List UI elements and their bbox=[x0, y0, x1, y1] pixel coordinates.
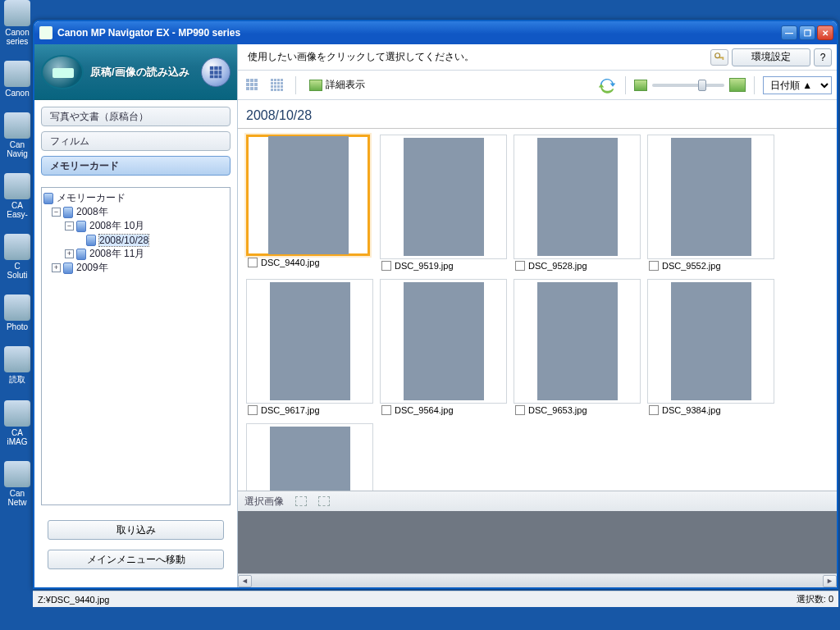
deselect-all-button[interactable] bbox=[267, 75, 287, 95]
toolbar: 詳細表示 日付順 ▲ bbox=[238, 71, 837, 100]
thumbnail-image bbox=[404, 138, 484, 256]
tree-date-2008-10-28[interactable]: 2008/10/28 bbox=[43, 233, 228, 247]
import-button[interactable]: 取り込み bbox=[48, 520, 224, 540]
selection-tray[interactable] bbox=[238, 511, 837, 573]
zoom-handle[interactable] bbox=[698, 80, 706, 91]
svg-rect-0 bbox=[210, 66, 213, 70]
thumbnail[interactable]: DSC_9384.jpg bbox=[647, 279, 774, 415]
svg-rect-10 bbox=[719, 57, 724, 58]
sidebar-tab[interactable]: 写真や文書（原稿台） bbox=[41, 107, 231, 126]
desktop-icon[interactable]: Canon bbox=[3, 61, 31, 98]
tree-year-2009[interactable]: +2009年 bbox=[43, 261, 228, 275]
tree-month-2008-11[interactable]: +2008年 11月 bbox=[43, 247, 228, 261]
thumbnail-checkbox[interactable] bbox=[248, 405, 258, 415]
status-path: Z:¥DSC_9440.jpg bbox=[38, 595, 109, 605]
scroll-left-arrow[interactable]: ◄ bbox=[238, 575, 252, 587]
sidebar-tabs: 写真や文書（原稿台）フィルムメモリーカード bbox=[34, 100, 237, 187]
thumbnail-image bbox=[671, 138, 751, 256]
zoom-out-icon[interactable] bbox=[634, 80, 647, 91]
thumbnail-checkbox[interactable] bbox=[381, 261, 391, 271]
app-window: Canon MP Navigator EX - MP990 series — ❐… bbox=[33, 20, 838, 589]
svg-rect-2 bbox=[219, 66, 222, 70]
sidebar: 原稿/画像の読み込み 写真や文書（原稿台）フィルムメモリーカード メモリーカード… bbox=[34, 44, 238, 587]
preferences-button[interactable]: 環境設定 bbox=[732, 48, 810, 66]
folder-tree[interactable]: メモリーカード −2008年 −2008年 10月 2008/10/28 +20… bbox=[41, 187, 231, 505]
titlebar[interactable]: Canon MP Navigator EX - MP990 series — ❐… bbox=[34, 21, 837, 44]
svg-rect-4 bbox=[214, 71, 218, 75]
sidebar-tab[interactable]: メモリーカード bbox=[41, 156, 231, 176]
thumbnail-image bbox=[537, 282, 618, 400]
select-all-button[interactable] bbox=[243, 75, 262, 95]
thumbnail[interactable] bbox=[246, 423, 373, 491]
thumbnail[interactable]: DSC_9440.jpg bbox=[246, 135, 373, 271]
thumbnail-filename: DSC_9552.jpg bbox=[662, 261, 721, 271]
tree-root-memory-card[interactable]: メモリーカード bbox=[43, 191, 228, 205]
desktop-icon[interactable]: Photo bbox=[3, 294, 31, 331]
scanner-icon bbox=[41, 55, 84, 89]
selection-grid-icon-2[interactable] bbox=[318, 496, 330, 506]
status-bar: Z:¥DSC_9440.jpg 選択数: 0 bbox=[33, 591, 838, 607]
selection-count: 選択数: 0 bbox=[797, 593, 833, 605]
svg-rect-7 bbox=[214, 75, 218, 78]
thumbnail-checkbox[interactable] bbox=[381, 405, 391, 415]
thumbnail[interactable]: DSC_9519.jpg bbox=[380, 135, 507, 271]
desktop-icon[interactable]: CA Easy- bbox=[3, 173, 31, 219]
zoom-in-icon[interactable] bbox=[729, 78, 746, 92]
app-icon bbox=[39, 26, 52, 39]
thumbnail-filename: DSC_9617.jpg bbox=[261, 405, 320, 415]
minimize-button[interactable]: — bbox=[781, 25, 797, 40]
horizontal-scrollbar[interactable]: ◄ ► bbox=[238, 573, 837, 587]
desktop-icon[interactable]: C Soluti bbox=[3, 234, 31, 280]
thumbnail[interactable]: DSC_9552.jpg bbox=[647, 135, 774, 271]
thumbnail-checkbox[interactable] bbox=[649, 261, 659, 271]
sidebar-header: 原稿/画像の読み込み bbox=[34, 44, 237, 100]
thumbnail-checkbox[interactable] bbox=[248, 258, 258, 267]
desktop-icon[interactable]: CA iMAG bbox=[3, 400, 31, 446]
help-button[interactable]: ? bbox=[814, 48, 832, 66]
selection-grid-icon-1[interactable] bbox=[295, 496, 307, 506]
desktop-icon[interactable]: Can Netw bbox=[3, 461, 31, 507]
thumbnail-filename: DSC_9440.jpg bbox=[261, 258, 320, 267]
thumbnail-image bbox=[671, 282, 751, 400]
thumbnail-filename: DSC_9519.jpg bbox=[395, 261, 454, 271]
svg-rect-3 bbox=[210, 71, 213, 75]
detail-view-button[interactable]: 詳細表示 bbox=[304, 75, 370, 95]
thumbnail-area[interactable]: 2008/10/28 DSC_9440.jpgDSC_9519.jpgDSC_9… bbox=[238, 100, 837, 491]
desktop-icon[interactable]: 読取 bbox=[3, 346, 31, 386]
svg-rect-6 bbox=[210, 75, 213, 78]
sort-select[interactable]: 日付順 ▲ bbox=[763, 76, 832, 94]
svg-rect-1 bbox=[214, 66, 218, 70]
thumbnail[interactable]: DSC_9617.jpg bbox=[246, 279, 373, 415]
desktop-icon[interactable]: Canon series bbox=[3, 0, 31, 46]
thumbnail[interactable]: DSC_9528.jpg bbox=[514, 135, 641, 271]
thumbnail-filename: DSC_9653.jpg bbox=[528, 405, 587, 415]
thumbnail-checkbox[interactable] bbox=[649, 405, 659, 415]
svg-rect-11 bbox=[723, 58, 724, 60]
thumbnail-filename: DSC_9564.jpg bbox=[395, 405, 454, 415]
window-title: Canon MP Navigator EX - MP990 series bbox=[57, 27, 240, 39]
thumbnail-checkbox[interactable] bbox=[515, 261, 525, 271]
scroll-right-arrow[interactable]: ► bbox=[823, 575, 837, 587]
picture-icon bbox=[309, 80, 322, 91]
maximize-button[interactable]: ❐ bbox=[799, 25, 815, 40]
refresh-button[interactable] bbox=[597, 75, 617, 95]
thumbnail-filename: DSC_9528.jpg bbox=[528, 261, 587, 271]
thumbnail-checkbox[interactable] bbox=[515, 405, 525, 415]
main-menu-button[interactable]: メインメニューへ移動 bbox=[48, 550, 224, 569]
instruction-text: 使用したい画像をクリックして選択してください。 bbox=[248, 50, 710, 64]
instruction-bar: 使用したい画像をクリックして選択してください。 環境設定 ? bbox=[238, 44, 837, 71]
selection-label: 選択画像 bbox=[244, 495, 284, 509]
close-button[interactable]: ✕ bbox=[817, 25, 833, 40]
grid-mode-button[interactable] bbox=[201, 57, 231, 87]
desktop-icon[interactable]: Can Navig bbox=[3, 112, 31, 158]
key-icon[interactable] bbox=[710, 49, 728, 66]
thumbnail-image bbox=[268, 136, 349, 254]
thumbnail[interactable]: DSC_9564.jpg bbox=[380, 279, 507, 415]
zoom-slider[interactable] bbox=[652, 84, 724, 87]
sidebar-tab[interactable]: フィルム bbox=[41, 131, 231, 151]
tree-year-2008[interactable]: −2008年 bbox=[43, 205, 228, 219]
thumbnail-image bbox=[270, 427, 350, 491]
thumbnail-image bbox=[404, 282, 484, 400]
tree-month-2008-10[interactable]: −2008年 10月 bbox=[43, 219, 228, 233]
thumbnail[interactable]: DSC_9653.jpg bbox=[514, 279, 641, 415]
